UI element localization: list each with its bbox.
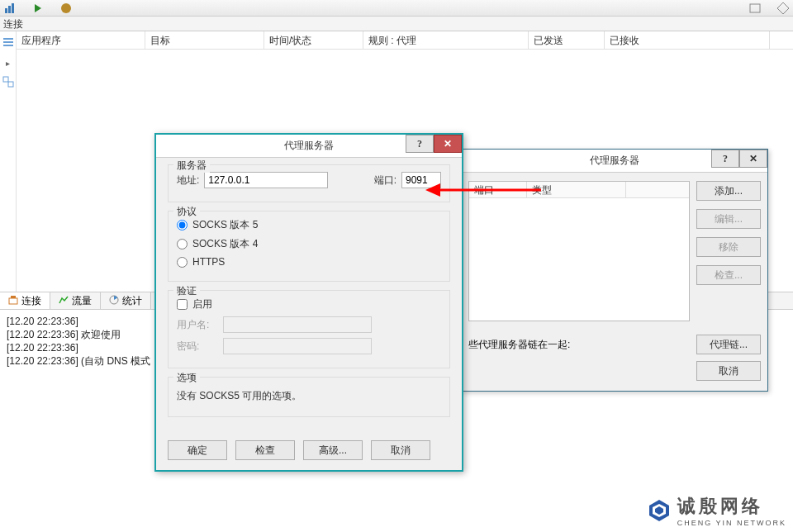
password-input bbox=[223, 338, 372, 354]
list-column-header[interactable]: 端口 bbox=[469, 182, 527, 197]
svg-rect-5 bbox=[750, 4, 760, 12]
tab-label: 连接 bbox=[21, 294, 41, 308]
toolbar-icon-5[interactable] bbox=[776, 2, 790, 15]
column-header[interactable]: 应用程序 bbox=[17, 31, 145, 49]
gutter-icon-list[interactable] bbox=[2, 36, 14, 50]
username-input bbox=[223, 316, 372, 333]
port-label: 端口: bbox=[374, 173, 396, 188]
gutter-icon-tree[interactable] bbox=[2, 76, 14, 90]
protocol-radio[interactable] bbox=[177, 239, 188, 249]
protocol-label: SOCKS 版本 4 bbox=[192, 237, 258, 251]
address-label: 地址: bbox=[177, 173, 199, 188]
svg-rect-9 bbox=[3, 77, 8, 82]
column-header[interactable]: 已接收 bbox=[605, 31, 770, 49]
svg-rect-12 bbox=[11, 296, 16, 298]
group-title: 服务器 bbox=[173, 159, 210, 173]
chain-button[interactable]: 代理链... bbox=[696, 335, 761, 354]
watermark: 诚殷网络 CHENG YIN NETWORK bbox=[646, 494, 786, 527]
svg-rect-11 bbox=[9, 298, 17, 304]
username-label: 用户名: bbox=[177, 318, 218, 332]
proxy-server-dialog: 代理服务器 ? ✕ 服务器 地址: 端口: 协议 SOCKS 版本 5SOCKS… bbox=[154, 133, 463, 472]
svg-rect-1 bbox=[8, 6, 11, 13]
watermark-cn: 诚殷网络 bbox=[677, 494, 786, 519]
proxy-list-dialog: 代理服务器 ? ✕ 端口类型 添加... 编辑... 移除 检查... 些代理服… bbox=[461, 149, 768, 392]
add-button[interactable]: 添加... bbox=[696, 181, 761, 201]
password-label: 密码: bbox=[177, 340, 218, 354]
dialog-titlebar: 代理服务器 ? ✕ bbox=[462, 150, 767, 173]
tab-icon bbox=[109, 295, 119, 307]
port-input[interactable] bbox=[401, 172, 441, 188]
tab-icon bbox=[59, 295, 69, 307]
close-button[interactable]: ✕ bbox=[739, 150, 767, 168]
svg-marker-3 bbox=[35, 4, 41, 12]
group-title: 协议 bbox=[173, 205, 200, 219]
column-header[interactable]: 时间/状态 bbox=[264, 31, 363, 49]
svg-rect-0 bbox=[5, 8, 7, 13]
bottom-tab[interactable]: 流量 bbox=[50, 292, 101, 309]
svg-rect-2 bbox=[12, 3, 14, 13]
close-button[interactable]: ✕ bbox=[434, 135, 462, 153]
column-headers: 应用程序目标时间/状态规则 : 代理已发送已接收 bbox=[17, 31, 793, 50]
list-column-header[interactable]: 类型 bbox=[527, 182, 626, 197]
enable-auth-checkbox[interactable] bbox=[177, 299, 188, 310]
gutter-icon-arrow[interactable]: ▸ bbox=[6, 59, 10, 68]
ok-button[interactable]: 确定 bbox=[168, 440, 227, 460]
advanced-button[interactable]: 高级... bbox=[303, 440, 363, 460]
protocol-group: 协议 SOCKS 版本 5SOCKS 版本 4HTTPS bbox=[168, 211, 450, 282]
tab-label: 流量 bbox=[72, 294, 92, 308]
inspect-button[interactable]: 检查... bbox=[696, 265, 761, 285]
auth-group: 验证 启用 用户名: 密码: bbox=[168, 290, 450, 368]
protocol-radio[interactable] bbox=[177, 257, 188, 268]
edit-button[interactable]: 编辑... bbox=[696, 209, 761, 229]
address-input[interactable] bbox=[204, 172, 328, 188]
options-text: 没有 SOCKS5 可用的选项。 bbox=[177, 384, 441, 408]
tab-icon bbox=[8, 295, 18, 307]
column-header[interactable]: 规则 : 代理 bbox=[363, 31, 529, 49]
svg-rect-7 bbox=[3, 41, 13, 43]
svg-rect-6 bbox=[3, 38, 13, 40]
remove-button[interactable]: 移除 bbox=[696, 237, 761, 257]
cancel-button[interactable]: 取消 bbox=[371, 440, 430, 460]
toolbar-icon-2[interactable] bbox=[31, 2, 45, 15]
enable-auth-label: 启用 bbox=[192, 297, 212, 311]
tab-label: 统计 bbox=[122, 294, 142, 308]
protocol-radio[interactable] bbox=[177, 220, 188, 230]
bottom-tab[interactable]: 连接 bbox=[0, 292, 50, 309]
server-group: 服务器 地址: 端口: bbox=[168, 164, 450, 202]
protocol-label: HTTPS bbox=[192, 256, 225, 268]
chain-text: 些代理服务器链在一起: bbox=[468, 338, 570, 352]
dialog-title: 代理服务器 bbox=[284, 139, 334, 153]
toolbar-icon-4[interactable] bbox=[748, 2, 762, 15]
proxy-list[interactable]: 端口类型 bbox=[468, 181, 690, 321]
bottom-tab[interactable]: 统计 bbox=[101, 292, 151, 309]
cancel-button-back[interactable]: 取消 bbox=[696, 361, 761, 381]
toolbar bbox=[0, 0, 793, 17]
watermark-logo-icon bbox=[646, 497, 672, 524]
watermark-en: CHENG YIN NETWORK bbox=[677, 519, 786, 527]
left-gutter: ▸ bbox=[0, 31, 17, 292]
group-title: 选项 bbox=[173, 371, 200, 385]
column-header[interactable]: 已发送 bbox=[529, 31, 605, 49]
help-button[interactable]: ? bbox=[406, 135, 434, 153]
connection-label: 连接 bbox=[0, 17, 793, 31]
svg-point-4 bbox=[61, 3, 71, 13]
dialog-title: 代理服务器 bbox=[590, 154, 639, 168]
toolbar-icon-3[interactable] bbox=[59, 2, 73, 15]
dialog-titlebar: 代理服务器 ? ✕ bbox=[156, 135, 462, 158]
protocol-label: SOCKS 版本 5 bbox=[192, 218, 258, 232]
svg-rect-10 bbox=[8, 82, 13, 87]
group-title: 验证 bbox=[173, 284, 200, 298]
toolbar-icon-1[interactable] bbox=[3, 2, 17, 15]
options-group: 选项 没有 SOCKS5 可用的选项。 bbox=[168, 377, 450, 417]
column-header[interactable]: 目标 bbox=[145, 31, 264, 49]
svg-rect-8 bbox=[3, 45, 13, 46]
help-button[interactable]: ? bbox=[711, 150, 739, 168]
check-button[interactable]: 检查 bbox=[235, 440, 295, 460]
